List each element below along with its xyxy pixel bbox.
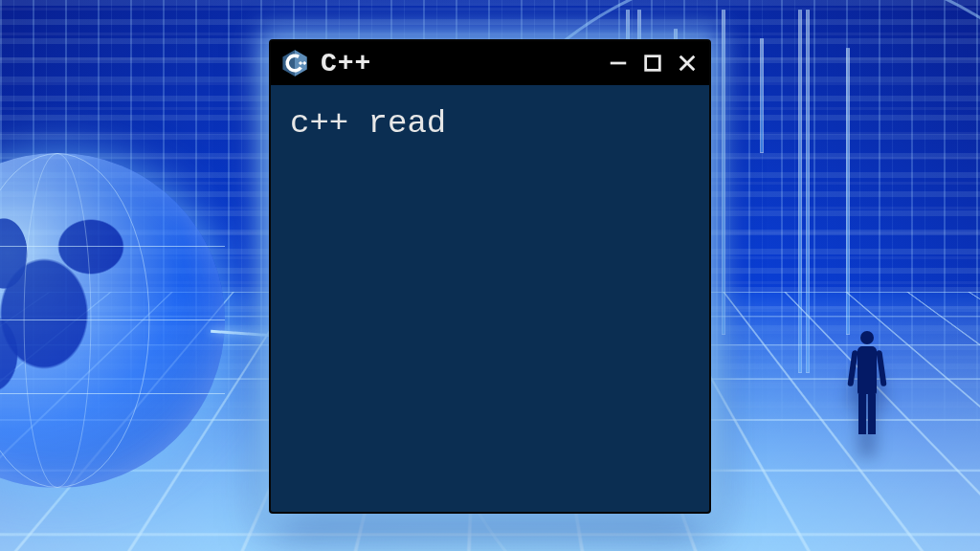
window-title: C++ [321, 49, 371, 78]
window-controls [608, 53, 698, 74]
cpp-logo-icon [280, 49, 309, 77]
minimize-button[interactable] [608, 53, 629, 74]
terminal-text: c++ read [290, 105, 446, 142]
svg-rect-8 [646, 56, 660, 71]
terminal-content[interactable]: c++ read [271, 85, 709, 512]
close-button[interactable] [677, 53, 698, 74]
person-silhouette-decor [850, 331, 884, 436]
titlebar[interactable]: C++ [271, 41, 709, 85]
terminal-window: C++ c++ read [271, 41, 709, 512]
background: C++ c++ read [0, 0, 980, 551]
maximize-button[interactable] [642, 53, 663, 74]
